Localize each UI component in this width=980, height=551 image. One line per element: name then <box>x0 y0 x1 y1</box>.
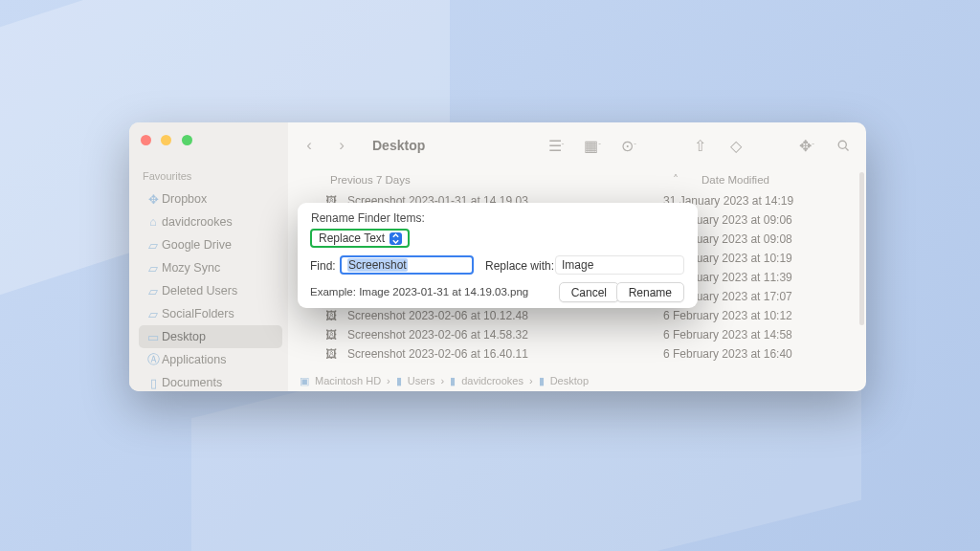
path-bar[interactable]: ▣ Macintosh HD› ▮ Users› ▮ davidcrookes›… <box>288 370 866 391</box>
folder-icon: ▱ <box>145 284 162 298</box>
breadcrumb[interactable]: Desktop <box>550 375 589 386</box>
desktop-icon: ▭ <box>145 330 162 344</box>
sidebar-item-label: Deleted Users <box>162 284 237 298</box>
replace-input[interactable]: Image <box>555 255 684 275</box>
action-icon[interactable]: ⊙ˇ <box>619 136 638 155</box>
cancel-button[interactable]: Cancel <box>559 282 619 302</box>
column-date[interactable]: Date Modified <box>692 174 855 186</box>
dropbox-toolbar-icon[interactable]: ✥ˇ <box>797 136 816 155</box>
back-button[interactable]: ‹ <box>301 136 317 155</box>
sidebar-section-label: Favourites <box>143 170 191 182</box>
sidebar: Favourites ✥ Dropbox ⌂ davidcrookes ▱ Go… <box>129 122 288 391</box>
sidebar-item-desktop[interactable]: ▭ Desktop <box>139 325 282 348</box>
sidebar-item-google-drive[interactable]: ▱ Google Drive <box>139 233 282 256</box>
file-row[interactable]: 🖼Screenshot 2023-02-06 at 14.58.326 Febr… <box>288 325 866 344</box>
tag-icon[interactable]: ◇ <box>726 136 746 155</box>
sidebar-item-documents[interactable]: ▯ Documents <box>139 371 282 391</box>
close-icon[interactable] <box>141 135 151 145</box>
folder-icon: ▮ <box>539 375 545 387</box>
example-text: Example: Image 2023-01-31 at 14.19.03.pn… <box>310 286 528 298</box>
dialog-title: Rename Finder Items: <box>311 211 425 225</box>
sidebar-item-label: Documents <box>162 376 222 389</box>
file-row[interactable]: 🖼Screenshot 2023-02-06 at 10.12.486 Febr… <box>288 306 866 325</box>
svg-line-1 <box>845 147 848 150</box>
window-controls[interactable] <box>141 132 198 149</box>
sidebar-item-deleted-users[interactable]: ▱ Deleted Users <box>139 279 282 302</box>
replace-value: Image <box>562 258 593 272</box>
share-icon[interactable]: ⇧ <box>690 136 709 155</box>
sidebar-item-label: Desktop <box>162 330 206 343</box>
sidebar-item-label: Google Drive <box>162 238 232 252</box>
folder-icon: ▱ <box>145 238 162 253</box>
sidebar-item-mozy[interactable]: ▱ Mozy Sync <box>139 256 282 279</box>
sort-chevron-icon[interactable]: ˄ <box>673 173 679 187</box>
dropbox-icon: ✥ <box>145 192 162 207</box>
folder-icon: ▮ <box>396 375 402 387</box>
image-file-icon: 🖼 <box>323 309 340 322</box>
sidebar-item-label: davidcrookes <box>162 215 233 229</box>
replace-label: Replace with: <box>485 259 554 273</box>
rename-dialog: Rename Finder Items: Replace Text Find: … <box>298 203 698 308</box>
sidebar-item-socialfolders[interactable]: ▱ SocialFolders <box>139 302 282 325</box>
rename-label: Rename <box>629 286 672 299</box>
folder-icon: ▱ <box>145 261 162 276</box>
folder-icon: ▮ <box>450 375 456 387</box>
window-title: Desktop <box>372 138 425 153</box>
breadcrumb[interactable]: davidcrookes <box>461 375 523 386</box>
file-row[interactable]: 🖼Screenshot 2023-02-06 at 16.40.116 Febr… <box>288 344 866 364</box>
image-file-icon: 🖼 <box>323 328 340 342</box>
section-header: Previous 7 Days <box>300 174 644 186</box>
folder-icon: ▱ <box>145 307 162 321</box>
popup-arrows-icon <box>390 232 402 245</box>
toolbar: ‹ › Desktop ☰ˇ ▦ˇ ⊙ˇ ⇧ ◇ ✥ˇ <box>288 122 866 168</box>
breadcrumb[interactable]: Users <box>408 375 435 386</box>
sidebar-item-dropbox[interactable]: ✥ Dropbox <box>139 187 282 210</box>
sidebar-item-home[interactable]: ⌂ davidcrookes <box>139 210 282 233</box>
cancel-label: Cancel <box>571 286 607 299</box>
sidebar-item-label: Dropbox <box>162 192 207 206</box>
search-icon[interactable] <box>834 136 853 155</box>
breadcrumb[interactable]: Macintosh HD <box>315 375 381 386</box>
svg-point-0 <box>838 141 846 148</box>
minimize-icon[interactable] <box>161 135 171 145</box>
forward-button[interactable]: › <box>334 136 349 155</box>
find-label: Find: <box>310 259 336 273</box>
application-icon: Ⓐ <box>145 352 162 368</box>
view-list-icon[interactable]: ☰ˇ <box>546 136 566 155</box>
sidebar-item-applications[interactable]: Ⓐ Applications <box>139 348 282 371</box>
column-headers[interactable]: Previous 7 Days ˄ Date Modified <box>288 168 866 191</box>
sidebar-item-label: Mozy Sync <box>162 261 220 275</box>
find-input[interactable]: Screenshot <box>340 255 474 275</box>
rename-mode-popup[interactable]: Replace Text <box>310 229 410 248</box>
image-file-icon: 🖼 <box>323 347 340 361</box>
document-icon: ▯ <box>145 376 162 390</box>
zoom-icon[interactable] <box>182 135 192 145</box>
sidebar-item-label: SocialFolders <box>162 307 234 320</box>
group-icon[interactable]: ▦ˇ <box>583 136 602 155</box>
rename-mode-label: Replace Text <box>319 231 385 245</box>
home-icon: ⌂ <box>145 215 162 229</box>
rename-button[interactable]: Rename <box>616 282 684 302</box>
find-value: Screenshot <box>347 258 408 272</box>
sidebar-item-label: Applications <box>162 353 226 366</box>
disk-icon: ▣ <box>300 375 309 387</box>
scrollbar[interactable] <box>859 172 864 325</box>
